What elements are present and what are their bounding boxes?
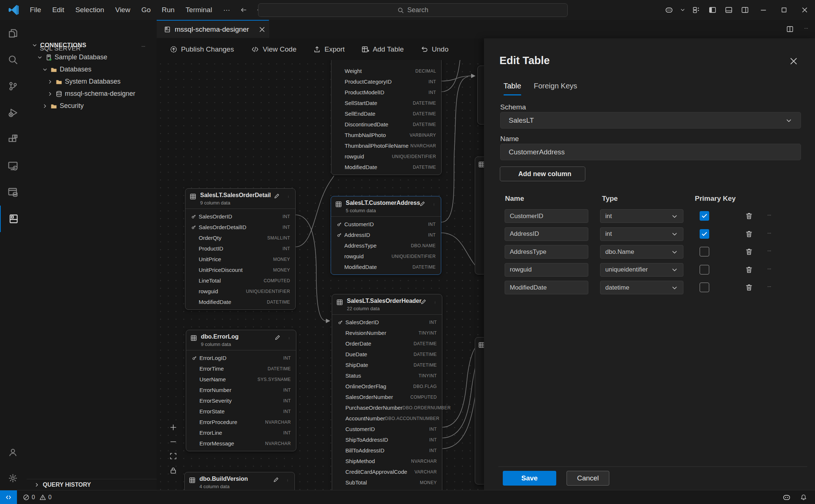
toggle-panel-icon[interactable]: [721, 0, 737, 20]
delete-column-icon[interactable]: [745, 266, 753, 274]
problems-indicator[interactable]: 0 0: [23, 494, 52, 501]
view-code-button[interactable]: View Code: [251, 45, 297, 53]
table-node-sales-order-header[interactable]: SalesLT.SalesOrderHeader22 column dataSa…: [332, 294, 442, 490]
delete-column-icon[interactable]: [745, 230, 753, 238]
delete-column-icon[interactable]: [745, 248, 753, 256]
edit-table-icon[interactable]: [273, 477, 279, 483]
publish-changes-button[interactable]: Publish Changes: [170, 45, 234, 53]
customize-layout-icon[interactable]: [688, 0, 704, 20]
nav-back-icon[interactable]: [236, 6, 252, 14]
column-type-dropdown[interactable]: datetime: [600, 281, 683, 294]
activity-run-debug[interactable]: [0, 99, 26, 126]
table-more-icon[interactable]: [435, 299, 437, 306]
table-node-build-version[interactable]: dbo.BuildVersion4 column data: [184, 472, 295, 490]
column-type-dropdown[interactable]: uniqueidentifier: [600, 263, 683, 277]
column-type-dropdown[interactable]: int: [600, 227, 683, 241]
edit-table-icon[interactable]: [274, 193, 280, 199]
table-more-icon[interactable]: [433, 201, 436, 208]
activity-settings[interactable]: [0, 465, 26, 491]
primary-key-checkbox[interactable]: [700, 247, 709, 256]
notifications-bell-icon[interactable]: [800, 494, 807, 501]
lock-canvas-button[interactable]: [168, 465, 179, 476]
primary-key-checkbox[interactable]: [700, 229, 709, 239]
column-name-input[interactable]: rowguid: [505, 263, 588, 277]
edit-table-icon[interactable]: [421, 299, 426, 305]
toggle-sidebar-icon[interactable]: [704, 0, 721, 20]
copilot-status-icon[interactable]: [783, 493, 791, 501]
tree-item-databases[interactable]: Databases: [42, 63, 91, 76]
activity-extensions[interactable]: [0, 126, 26, 153]
table-more-icon[interactable]: [288, 193, 290, 200]
export-button[interactable]: Export: [313, 45, 345, 53]
column-more-icon[interactable]: [765, 286, 773, 289]
column-more-icon[interactable]: [765, 214, 773, 217]
tree-item-mssql-schema-designer[interactable]: mssql-schema-designer: [47, 88, 135, 100]
activity-search[interactable]: [0, 46, 26, 73]
add-new-column-button[interactable]: Add new column: [500, 167, 585, 181]
remote-indicator[interactable]: [0, 490, 17, 504]
menu-view[interactable]: View: [110, 6, 136, 14]
tree-item-sample-database[interactable]: Sample Database: [37, 51, 107, 63]
undo-button[interactable]: Undo: [421, 45, 448, 53]
tree-item-connections[interactable]: CONNECTIONS: [32, 39, 86, 51]
menu-edit[interactable]: Edit: [47, 6, 70, 14]
command-center-search[interactable]: Search: [258, 3, 568, 17]
column-more-icon[interactable]: [765, 268, 773, 271]
column-name-input[interactable]: ModifiedDate: [505, 281, 588, 294]
tree-item-security[interactable]: Security: [42, 100, 84, 112]
copilot-chevron-icon[interactable]: [677, 0, 688, 20]
edit-table-icon[interactable]: [275, 335, 281, 340]
editor-more-actions-icon[interactable]: [802, 28, 810, 31]
menu-selection[interactable]: Selection: [70, 6, 109, 14]
table-node-customer-address[interactable]: SalesLT.CustomerAddress5 column dataCust…: [331, 196, 441, 275]
column-type-dropdown[interactable]: dbo.Name: [600, 245, 683, 259]
delete-column-icon[interactable]: [745, 283, 753, 291]
activity-remote-explorer[interactable]: [0, 153, 26, 179]
activity-explorer[interactable]: [0, 20, 26, 46]
query-history-section[interactable]: QUERY HISTORY: [27, 479, 157, 490]
menu-file[interactable]: File: [24, 6, 47, 14]
primary-key-checkbox[interactable]: [700, 211, 709, 221]
tree-item-system-databases[interactable]: System Databases: [47, 76, 121, 88]
table-node-sales-order-detail[interactable]: SalesLT.SalesOrderDetail9 column dataSal…: [185, 188, 296, 310]
toggle-secondary-sidebar-icon[interactable]: [737, 0, 753, 20]
primary-key-checkbox[interactable]: [700, 283, 709, 292]
menu-terminal[interactable]: Terminal: [180, 6, 218, 14]
activity-sql-server[interactable]: [0, 179, 26, 206]
split-editor-icon[interactable]: [786, 25, 794, 33]
panel-close-icon[interactable]: [789, 57, 798, 66]
window-maximize-button[interactable]: [774, 0, 794, 20]
tab-foreign-keys[interactable]: Foreign Keys: [534, 82, 577, 90]
sidebar-more-actions[interactable]: [139, 46, 147, 49]
table-more-icon[interactable]: [287, 477, 289, 484]
activity-accounts[interactable]: [0, 439, 26, 466]
table-node-product-partial[interactable]: WeightDECIMALProductCategoryIDINTProduct…: [331, 60, 442, 175]
menu-go[interactable]: Go: [136, 6, 156, 14]
edit-table-icon[interactable]: [419, 201, 425, 207]
menu-more[interactable]: ···: [217, 6, 236, 14]
column-name-input[interactable]: CustomerID: [505, 209, 588, 223]
cancel-button[interactable]: Cancel: [567, 471, 609, 486]
primary-key-checkbox[interactable]: [700, 265, 709, 274]
table-more-icon[interactable]: [289, 335, 291, 342]
zoom-out-button[interactable]: [168, 436, 179, 447]
column-name-input[interactable]: AddressType: [505, 245, 588, 259]
activity-schema-designer[interactable]: [0, 206, 27, 232]
schema-dropdown[interactable]: SalesLT: [500, 112, 801, 129]
window-close-button[interactable]: [794, 0, 815, 20]
add-table-button[interactable]: Add Table: [362, 45, 404, 53]
column-more-icon[interactable]: [765, 250, 773, 253]
column-type-dropdown[interactable]: int: [600, 209, 683, 223]
table-name-input[interactable]: CustomerAddress: [500, 144, 801, 160]
fit-view-button[interactable]: [168, 451, 179, 462]
save-button[interactable]: Save: [503, 471, 556, 486]
tab-mssql-schema-designer[interactable]: mssql-schema-designer: [157, 20, 269, 38]
zoom-in-button[interactable]: [168, 422, 179, 433]
tab-close-icon[interactable]: [258, 26, 266, 33]
menu-run[interactable]: Run: [156, 6, 180, 14]
column-more-icon[interactable]: [765, 232, 773, 235]
window-minimize-button[interactable]: [753, 0, 774, 20]
delete-column-icon[interactable]: [745, 212, 753, 220]
copilot-icon[interactable]: [661, 0, 677, 20]
table-node-error-log[interactable]: dbo.ErrorLog9 column dataErrorLogIDINTEr…: [186, 330, 296, 451]
